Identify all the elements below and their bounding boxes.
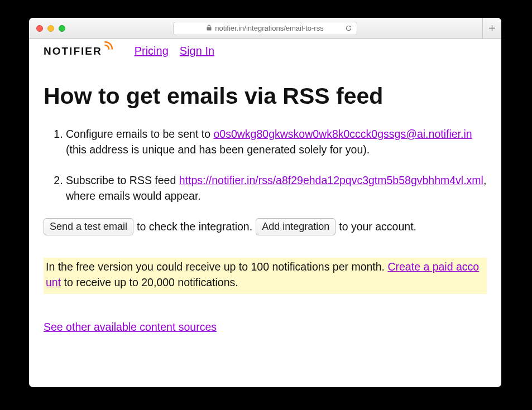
rss-icon bbox=[103, 40, 114, 54]
addressbar-container: notifier.in/integrations/email-to-rss bbox=[173, 22, 357, 35]
top-nav: Pricing Sign In bbox=[135, 45, 214, 57]
footer-row: See other available content sources bbox=[44, 321, 487, 334]
notice-after-text: to receive up to 20,000 notifications. bbox=[61, 276, 238, 288]
nav-pricing[interactable]: Pricing bbox=[135, 45, 169, 57]
browser-window: notifier.in/integrations/email-to-rss NO… bbox=[29, 18, 501, 387]
rss-feed-link[interactable]: https://notifier.in/rss/a8f29ehda12pqvc3… bbox=[179, 174, 483, 186]
step-2-prefix: Subscribe to RSS feed bbox=[66, 174, 179, 186]
steps-list: Configure emails to be sent to o0s0wkg80… bbox=[44, 126, 487, 204]
step-1: Configure emails to be sent to o0s0wkg80… bbox=[66, 126, 487, 158]
addressbar[interactable]: notifier.in/integrations/email-to-rss bbox=[173, 22, 357, 35]
step-1-suffix: (this address is unique and has been gen… bbox=[66, 143, 370, 156]
maximize-window-button[interactable] bbox=[59, 25, 65, 32]
minimize-window-button[interactable] bbox=[47, 25, 54, 32]
lock-icon bbox=[207, 24, 212, 32]
action-row: Send a test email to check the integrati… bbox=[44, 218, 487, 235]
page-content: NOTIFIER Pricing Sign In How to get emai… bbox=[29, 39, 501, 387]
notice-before-text: In the free version you could receive up… bbox=[46, 261, 387, 273]
logo[interactable]: NOTIFIER bbox=[44, 45, 113, 57]
generated-email-link[interactable]: o0s0wkg80gkwskow0wk8k0ccck0gssgs@ai.noti… bbox=[213, 128, 472, 140]
logo-text: NOTIFIER bbox=[44, 45, 102, 57]
add-integration-button[interactable]: Add integration bbox=[256, 218, 336, 235]
step-2: Subscribe to RSS feed https://notifier.i… bbox=[66, 172, 487, 204]
add-integration-after-text: to your account. bbox=[339, 220, 416, 233]
new-tab-button[interactable] bbox=[482, 18, 501, 38]
other-sources-link[interactable]: See other available content sources bbox=[44, 321, 217, 333]
titlebar: notifier.in/integrations/email-to-rss bbox=[29, 18, 501, 39]
reload-icon[interactable] bbox=[345, 25, 352, 32]
page-title: How to get emails via RSS feed bbox=[44, 83, 487, 109]
close-window-button[interactable] bbox=[36, 25, 43, 32]
nav-sign-in[interactable]: Sign In bbox=[180, 45, 214, 57]
url-text: notifier.in/integrations/email-to-rss bbox=[215, 24, 323, 32]
send-test-after-text: to check the integration. bbox=[137, 220, 252, 233]
send-test-email-button[interactable]: Send a test email bbox=[44, 218, 133, 235]
traffic-lights bbox=[36, 25, 65, 32]
free-tier-notice: In the free version you could receive up… bbox=[44, 258, 487, 294]
step-1-prefix: Configure emails to be sent to bbox=[66, 128, 213, 140]
site-header: NOTIFIER Pricing Sign In bbox=[44, 45, 487, 57]
